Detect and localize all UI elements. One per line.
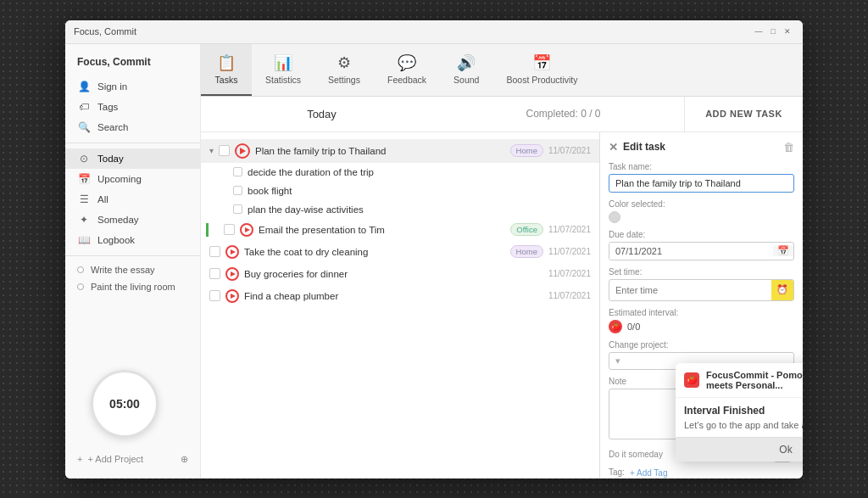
task-list: ▾ Plan the family trip to Thailand Home …	[201, 132, 599, 478]
notification-popup: 🍅 FocusCommit - Pomodoro timer meets Per…	[676, 363, 803, 462]
delete-task-button[interactable]: 🗑	[783, 141, 794, 154]
table-row[interactable]: Buy groceries for dinner 11/07/2021	[201, 263, 599, 285]
close-button[interactable]: ✕	[781, 23, 794, 40]
sidebar-divider-1	[65, 143, 200, 143]
task3-tag: Home	[510, 245, 543, 258]
maximize-button[interactable]: □	[768, 23, 779, 40]
notification-ok-button[interactable]: Ok	[676, 438, 803, 462]
sidebar-search-label: Search	[97, 122, 128, 132]
toolbar-feedback[interactable]: 💬 Feedback	[374, 44, 440, 96]
sidebar-item-tags[interactable]: 🏷 Tags	[65, 97, 200, 117]
task5-checkbox[interactable]	[209, 290, 220, 301]
add-project-button[interactable]: + + Add Project ⊕	[65, 447, 200, 472]
task1-checkbox[interactable]	[219, 145, 230, 156]
sidebar-project-paint-room[interactable]: Paint the living room	[65, 278, 200, 295]
sidebar-project-write-essay[interactable]: Write the essay	[65, 261, 200, 278]
sidebar-someday-label: Someday	[97, 215, 139, 225]
table-row[interactable]: Take the coat to dry cleaning Home 11/07…	[201, 241, 599, 263]
due-date-field: Due date: 📅	[609, 230, 794, 260]
color-field: Color selected:	[609, 199, 794, 223]
task-name-field: Task name:	[609, 162, 794, 193]
task1-name: Plan the family trip to Thailand	[255, 146, 505, 156]
notif-app-title: FocusCommit - Pomodoro timer meets Perso…	[706, 370, 803, 390]
logbook-icon: 📖	[77, 234, 91, 246]
table-row[interactable]: Email the presentation to Tim Office 11/…	[201, 219, 599, 241]
add-tag-button[interactable]: + Add Tag	[630, 468, 668, 478]
sidebar-item-logbook[interactable]: 📖 Logbook	[65, 230, 200, 250]
toolbar: 📋 Tasks 📊 Statistics ⚙ Settings 💬 Feedba…	[201, 44, 803, 97]
task1-date: 11/07/2021	[548, 146, 591, 155]
add-project-label: + Add Project	[87, 454, 143, 464]
due-date-label: Due date:	[609, 230, 794, 239]
settings-toolbar-label: Settings	[328, 75, 360, 85]
set-time-input[interactable]	[609, 282, 771, 299]
toolbar-tasks[interactable]: 📋 Tasks	[201, 44, 252, 96]
window-controls: — □ ✕	[752, 23, 794, 40]
tags-icon: 🏷	[77, 101, 91, 113]
task2-checkbox[interactable]	[224, 224, 235, 235]
sidebar-signin-label: Sign in	[97, 81, 127, 92]
timer-widget[interactable]: 05:00	[91, 370, 159, 438]
task3-checkbox[interactable]	[209, 246, 220, 257]
subtask2-checkbox[interactable]	[233, 186, 242, 195]
table-row[interactable]: ▾ Plan the family trip to Thailand Home …	[201, 139, 599, 163]
sidebar-item-someday[interactable]: ✦ Someday	[65, 210, 200, 230]
toolbar-settings[interactable]: ⚙ Settings	[314, 44, 374, 96]
statistics-toolbar-icon: 📊	[274, 53, 292, 72]
task-header-completed: Completed: 0 / 0	[442, 108, 684, 120]
boost-toolbar-label: Boost Productivity	[506, 75, 577, 85]
table-row[interactable]: Find a cheap plumber 11/07/2021	[201, 285, 599, 307]
project-paint-room-label: Paint the living room	[91, 282, 175, 292]
minimize-button[interactable]: —	[752, 23, 766, 40]
sidebar-item-search[interactable]: 🔍 Search	[65, 117, 200, 137]
task1-play-button[interactable]	[235, 143, 250, 159]
chevron-down-icon[interactable]: ▾	[209, 146, 214, 155]
signin-icon: 👤	[77, 81, 91, 92]
color-circle[interactable]	[609, 211, 620, 223]
toolbar-boost[interactable]: 📅 Boost Productivity	[492, 44, 591, 96]
subtask1-name: decide the duration of the trip	[248, 167, 591, 177]
task2-name: Email the presentation to Tim	[259, 225, 505, 235]
tasks-toolbar-label: Tasks	[215, 75, 238, 85]
feedback-toolbar-label: Feedback	[387, 75, 426, 85]
subtask3-checkbox[interactable]	[233, 204, 242, 214]
list-item[interactable]: plan the day-wise activities	[201, 200, 599, 219]
window-title: Focus, Commit	[74, 26, 136, 36]
notif-app-icon: 🍅	[684, 372, 699, 388]
due-date-input[interactable]	[609, 243, 773, 260]
calendar-icon[interactable]: 📅	[773, 245, 793, 256]
project-write-essay-label: Write the essay	[91, 265, 155, 275]
list-item[interactable]: book flight	[201, 182, 599, 200]
upcoming-icon: 📅	[77, 173, 91, 185]
sidebar-divider-2	[65, 255, 200, 256]
statistics-toolbar-label: Statistics	[265, 75, 301, 85]
task4-checkbox[interactable]	[209, 268, 220, 279]
sidebar-item-upcoming[interactable]: 📅 Upcoming	[65, 169, 200, 189]
toolbar-statistics[interactable]: 📊 Statistics	[252, 44, 314, 96]
notification-button-row: Ok	[676, 437, 803, 462]
task5-play-button[interactable]	[225, 289, 239, 303]
sidebar-today-label: Today	[97, 154, 124, 164]
interval-field: Estimated interval: 🍅 0/0	[609, 308, 794, 333]
task3-play-button[interactable]	[225, 245, 239, 259]
notification-header: 🍅 FocusCommit - Pomodoro timer meets Per…	[676, 363, 803, 398]
task3-name: Take the coat to dry cleaning	[244, 247, 505, 257]
project-dot	[77, 266, 84, 273]
task-name-input[interactable]	[609, 174, 794, 193]
title-bar: Focus, Commit — □ ✕	[65, 20, 803, 44]
task2-left-border	[206, 223, 209, 237]
sidebar-item-signin[interactable]: 👤 Sign in	[65, 76, 200, 97]
list-item[interactable]: decide the duration of the trip	[201, 163, 599, 182]
task2-play-button[interactable]	[240, 223, 253, 237]
color-selector[interactable]	[609, 211, 794, 223]
task5-date: 11/07/2021	[548, 291, 591, 300]
subtask2-name: book flight	[248, 186, 591, 196]
task1-tag: Home	[510, 144, 543, 157]
sidebar-item-all[interactable]: ☰ All	[65, 189, 200, 210]
toolbar-sound[interactable]: 🔊 Sound	[440, 44, 492, 96]
sidebar-item-today[interactable]: ⊙ Today	[65, 148, 200, 169]
subtask1-checkbox[interactable]	[233, 167, 242, 176]
add-new-task-button[interactable]: ADD NEW TASK	[684, 97, 803, 131]
edit-panel-close-button[interactable]: ✕	[609, 141, 618, 154]
task4-play-button[interactable]	[225, 267, 239, 281]
